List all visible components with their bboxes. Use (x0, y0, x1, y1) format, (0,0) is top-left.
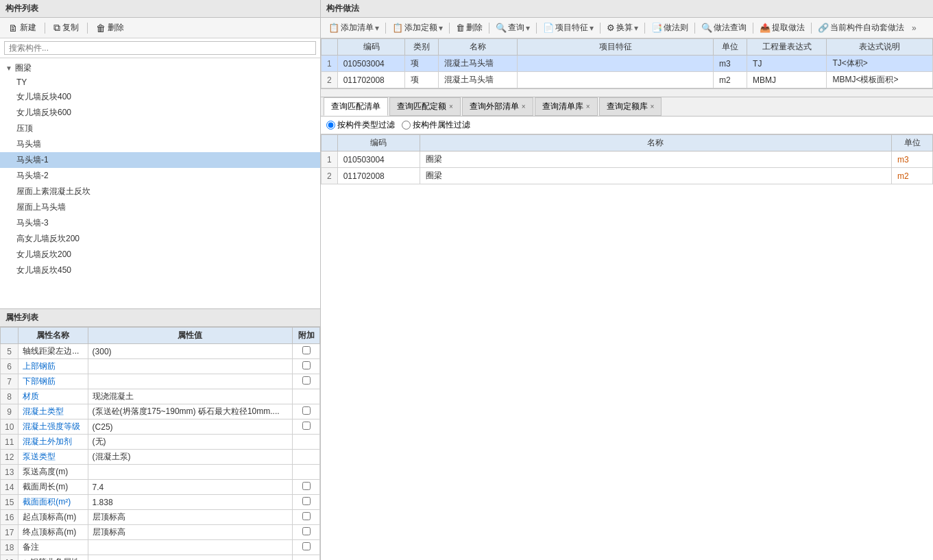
sep-r9 (811, 23, 812, 34)
tree-item[interactable]: 女儿墙反坎200 (0, 247, 320, 263)
more-button[interactable]: » (909, 22, 919, 34)
prop-checkbox[interactable] (302, 482, 311, 490)
prop-value-cell[interactable]: (无) (88, 435, 292, 450)
prop-checkbox[interactable] (302, 361, 311, 369)
horizontal-scrollbar[interactable] (321, 89, 933, 97)
main-table-row[interactable]: 1010503004项混凝土马头墙m3TJTJ<体积> (322, 56, 933, 72)
bottom-table-row[interactable]: 2011702008圈梁m2 (322, 168, 933, 184)
prop-checkbox[interactable] (302, 512, 311, 520)
main-data-table: 编码 类别 名称 项目特征 单位 工程量表达式 表达式说明 1010503004… (321, 38, 933, 88)
prop-row-num: 12 (1, 450, 19, 465)
copy-button[interactable]: ⧉ 复制 (49, 21, 83, 35)
main-row-expr: TJ (747, 56, 827, 72)
bottom-row-name: 圈梁 (420, 151, 891, 168)
tree-item[interactable]: 马头墙 (0, 136, 320, 152)
bottom-tab[interactable]: 查询匹配定额 × (389, 97, 461, 116)
add-checklist-button[interactable]: 📋 添加清单 ▾ (325, 21, 383, 35)
tree-item[interactable]: 高女儿墙反坎200 (0, 231, 320, 247)
tree-item[interactable]: 女儿墙反块400 (0, 89, 320, 105)
tab-close-icon[interactable]: × (522, 103, 526, 110)
right-delete-button[interactable]: 🗑 删除 (452, 21, 486, 35)
prop-checkbox-cell[interactable] (293, 525, 320, 540)
bottom-tab[interactable]: 查询定额库 × (599, 97, 662, 116)
prop-name-cell: 上部钢筋 (19, 359, 88, 374)
project-feature-button[interactable]: 📄 项目特征 ▾ (540, 21, 597, 35)
tab-close-icon[interactable]: × (449, 103, 453, 110)
prop-checkbox-cell[interactable] (293, 344, 320, 359)
convert-button[interactable]: ⚙ 换算 ▾ (603, 21, 642, 35)
prop-checkbox-cell[interactable] (293, 404, 320, 419)
prop-value-cell[interactable]: 层顶标高 (88, 525, 292, 540)
prop-value-cell[interactable]: 1.838 (88, 495, 292, 510)
main-type-header: 类别 (405, 39, 439, 56)
property-row: 17终点顶标高(m)层顶标高 (1, 525, 320, 540)
tree-item[interactable]: 马头墙-2 (0, 168, 320, 184)
filter-by-type-radio[interactable]: 按构件类型过滤 (326, 119, 395, 131)
bottom-tab[interactable]: 查询外部清单 × (462, 97, 533, 116)
tree-group-header[interactable]: ▼ 圈梁 (0, 61, 320, 75)
prop-checkbox-cell[interactable] (293, 510, 320, 525)
prop-checkbox[interactable] (302, 527, 311, 535)
prop-name-cell: 轴线距梁左边... (19, 344, 88, 359)
prop-value-cell[interactable]: 现浇混凝土 (88, 389, 292, 404)
delete-icon: 🗑 (96, 23, 106, 34)
separator-1 (45, 23, 45, 34)
prop-checkbox[interactable] (302, 346, 311, 354)
method-rule-button[interactable]: 📑 做法则 (648, 21, 692, 35)
sep-r4 (536, 23, 537, 34)
prop-checkbox[interactable] (302, 422, 311, 430)
prop-value-cell[interactable]: (混凝土泵) (88, 450, 292, 465)
prop-checkbox[interactable] (302, 497, 311, 505)
prop-value-cell[interactable]: (C25) (88, 419, 292, 435)
prop-checkbox-cell[interactable] (293, 495, 320, 510)
bottom-tab[interactable]: 查询清单库 × (535, 97, 598, 116)
prop-row-num: 6 (1, 359, 19, 374)
auto-method-button[interactable]: 🔗 当前构件自动套做法 (814, 21, 908, 35)
auto-method-icon: 🔗 (818, 23, 829, 33)
prop-value-cell[interactable] (88, 465, 292, 480)
tab-close-icon[interactable]: × (586, 103, 590, 110)
prop-value-cell[interactable]: (300) (88, 344, 292, 359)
prop-value-cell[interactable] (88, 555, 292, 561)
search-input[interactable] (4, 41, 316, 55)
prop-checkbox-cell[interactable] (293, 540, 320, 555)
tree-item[interactable]: TY (0, 75, 320, 89)
tree-item[interactable]: 女儿墙反块600 (0, 105, 320, 121)
prop-value-cell[interactable]: 7.4 (88, 480, 292, 495)
prop-value-cell[interactable]: (泵送砼(坍落度175~190mm) 砾石最大粒径10mm.... (88, 404, 292, 419)
prop-checkbox[interactable] (302, 376, 311, 385)
main-table-row[interactable]: 2011702008项混凝土马头墙m2MBMJMBMJ<模板面积> (322, 72, 933, 88)
prop-checkbox-cell[interactable] (293, 419, 320, 435)
tree-item[interactable]: 屋面上马头墙 (0, 199, 320, 215)
prop-checkbox[interactable] (302, 542, 311, 550)
tab-close-icon[interactable]: × (651, 103, 655, 110)
bottom-tab[interactable]: 查询匹配清单 (324, 97, 388, 116)
tree-item[interactable]: 压顶 (0, 121, 320, 136)
prop-value-cell[interactable]: 层顶标高 (88, 510, 292, 525)
tree-item[interactable]: 马头墙-1 (0, 152, 320, 168)
prop-checkbox[interactable] (302, 406, 311, 415)
query-button[interactable]: 🔍 查询 ▾ (492, 21, 533, 35)
filter-by-prop-radio[interactable]: 按构件属性过滤 (402, 119, 470, 131)
prop-row-num: 10 (1, 419, 19, 435)
prop-value-cell[interactable] (88, 540, 292, 555)
add-quota-button[interactable]: 📋 添加定额 ▾ (389, 21, 446, 35)
prop-value-cell[interactable] (88, 374, 292, 389)
delete-button[interactable]: 🗑 删除 (92, 21, 128, 35)
bottom-table-row[interactable]: 1010503004圈梁m3 (322, 151, 933, 168)
prop-name-cell: 截面面积(m²) (19, 495, 88, 510)
method-query-button[interactable]: 🔍 做法查询 (698, 21, 750, 35)
tree-item[interactable]: 马头墙-3 (0, 215, 320, 231)
prop-value-cell[interactable] (88, 359, 292, 374)
tree-item[interactable]: 屋面上素混凝土反坎 (0, 184, 320, 199)
property-row: 15截面面积(m²)1.838 (1, 495, 320, 510)
tree-item[interactable]: 女儿墙反坎450 (0, 263, 320, 278)
prop-checkbox-cell[interactable] (293, 480, 320, 495)
right-panel: 构件做法 📋 添加清单 ▾ 📋 添加定额 ▾ 🗑 删除 🔍 查询 (321, 0, 933, 560)
new-button[interactable]: 🗎 新建 (4, 21, 40, 35)
prop-checkbox-cell[interactable] (293, 359, 320, 374)
extract-method-button[interactable]: 📤 提取做法 (756, 21, 808, 35)
prop-checkbox-cell[interactable] (293, 374, 320, 389)
properties-scroll: 属性名称 属性值 附加 5轴线距梁左边...(300)6上部钢筋7下部钢筋8材质… (0, 327, 320, 560)
prop-tbody: 5轴线距梁左边...(300)6上部钢筋7下部钢筋8材质现浇混凝土9混凝土类型(… (1, 344, 320, 561)
